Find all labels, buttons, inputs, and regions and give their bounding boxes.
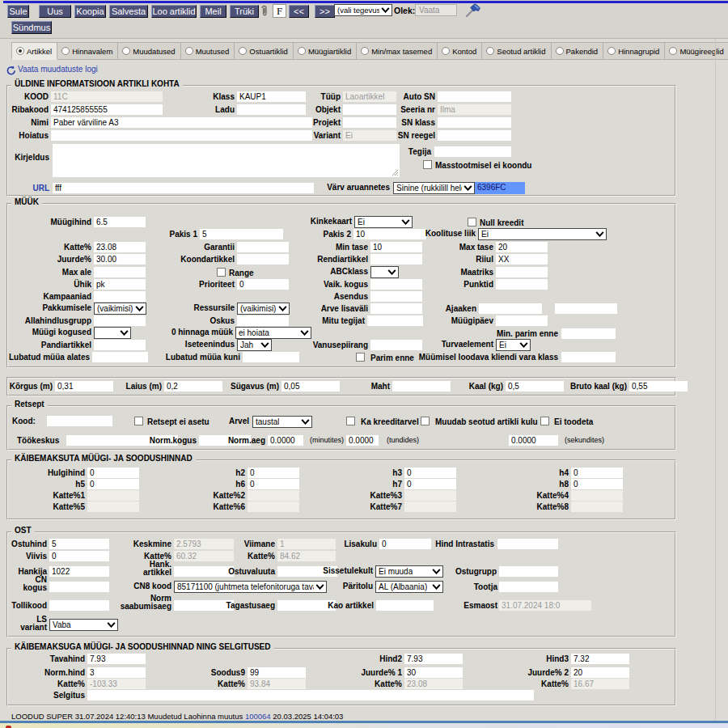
sn-klass-label: SN klass	[257, 118, 435, 128]
section-general-legend: ÜLDINE INFORMATSIOON ARTIKLI KOHTA	[11, 79, 183, 88]
juurde2-input[interactable]	[571, 667, 629, 678]
salvesta-button[interactable]: Salvesta	[109, 5, 148, 18]
null-kreedit-checkbox[interactable]	[468, 218, 476, 226]
tab-kontod-radio[interactable]	[442, 47, 450, 55]
tab-muugireeglid[interactable]: Müügireeglid	[665, 42, 728, 60]
loo-artiklid-button[interactable]: Loo artiklid	[151, 5, 197, 18]
tab-artikkel-radio[interactable]	[16, 47, 24, 55]
tab-hinnavalem[interactable]: Hinnavalem	[57, 42, 118, 60]
ajaaken-label: Ajaaken	[298, 304, 476, 314]
retsept-kood-label: Kood:	[12, 417, 36, 426]
norm-aeg-input[interactable]	[268, 435, 303, 446]
footer-stock-change-link[interactable]: 100064	[245, 712, 271, 721]
koopia-button[interactable]: Koopia	[74, 5, 106, 18]
null-hinnaga-myyk-select[interactable]: ei hoiata	[235, 327, 311, 339]
tab-seotud-artiklid-radio[interactable]	[486, 47, 494, 55]
tab-ostuartiklid[interactable]: Ostuartiklid	[235, 42, 294, 60]
view-change-log-link[interactable]: Vaata muudatuste logi	[18, 65, 98, 74]
tab-muugiartiklid-radio[interactable]	[298, 47, 306, 55]
hind-h6-label: h6	[67, 480, 245, 489]
tab-pakendid[interactable]: Pakendid	[552, 42, 604, 60]
tab-muutused-radio[interactable]	[185, 47, 193, 55]
truki-button[interactable]: Trüki	[230, 5, 259, 18]
arvel-label: Arvel	[71, 417, 249, 426]
hammer-icon[interactable]	[464, 3, 481, 18]
tootja-input[interactable]	[499, 582, 558, 592]
meil-button[interactable]: Meil	[200, 5, 226, 18]
tab-muugiartiklid[interactable]: Müügiartiklid	[294, 42, 357, 60]
tab-strip: Artikkel Hinnavalem Muudatused Muutused …	[11, 42, 728, 60]
tab-artikkel[interactable]: Artikkel	[11, 42, 57, 60]
norm-aeg3-input[interactable]	[509, 435, 558, 446]
parim-enne-checkbox[interactable]	[356, 353, 365, 362]
lubatud-kuni-label: Lubatud müüa kuni	[62, 353, 240, 362]
arvel-select[interactable]: taustal	[252, 416, 312, 428]
tegija-input[interactable]	[434, 146, 511, 157]
turvaelement-select[interactable]: Ei	[496, 339, 531, 351]
sn-klass-input[interactable]	[438, 117, 511, 128]
tab-hinnagrupid-radio[interactable]	[607, 47, 616, 55]
forum-button[interactable]: F	[273, 4, 286, 18]
juurde2-label: Juurde% 2	[391, 668, 569, 678]
action-select[interactable]: (vali tegevus)	[334, 4, 392, 16]
ka-kreeditarvel-checkbox[interactable]	[346, 417, 355, 425]
paperclip-icon[interactable]	[260, 5, 268, 17]
myygipaev-input[interactable]	[496, 315, 548, 326]
bruto-kaal-input[interactable]	[629, 381, 688, 392]
tavahind-label: Tavahind	[0, 654, 85, 664]
hind-h4-input[interactable]	[571, 468, 623, 478]
koolituse-liik-select-value: Ei	[481, 230, 489, 239]
ei-toodeta-checkbox[interactable]	[540, 417, 549, 425]
tab-pakendid-radio[interactable]	[556, 47, 564, 55]
tab-muudatused-radio[interactable]	[122, 47, 130, 55]
tab-min-max-tasemed-radio[interactable]	[361, 47, 369, 55]
tab-muudatused[interactable]: Muudatused	[118, 42, 180, 60]
kampaaniad-input[interactable]	[94, 291, 146, 302]
maatriks-input[interactable]	[496, 267, 548, 277]
ajaaken-input[interactable]	[479, 303, 542, 314]
koolituse-liik-select[interactable]: Ei	[478, 228, 607, 240]
kinkekaart-select[interactable]: Ei	[354, 216, 413, 228]
tab-muugireeglid-radio[interactable]	[669, 47, 677, 55]
previous-button[interactable]: <<	[289, 5, 309, 18]
lubatud-kuni-input[interactable]	[243, 352, 299, 362]
auto-sn-input[interactable]	[438, 91, 511, 102]
min-parim-enne-input[interactable]	[561, 328, 616, 339]
ost-katte2-label: Katte%	[97, 552, 275, 561]
asendus-input[interactable]	[370, 291, 422, 302]
tab-kontod[interactable]: Kontod	[438, 42, 482, 60]
riiul-input[interactable]	[496, 254, 548, 265]
sn-reegel-input[interactable]	[438, 130, 511, 141]
masstootmisel-checkbox[interactable]	[423, 160, 432, 169]
max-tase-input[interactable]	[496, 242, 548, 252]
tab-min-max-tasemed[interactable]: Min/max tasemed	[357, 42, 438, 60]
ostugrupp-input[interactable]	[499, 566, 558, 577]
myygihind-input[interactable]	[94, 217, 146, 227]
selgitus-input[interactable]	[87, 690, 534, 700]
ost-katte2-input	[277, 551, 336, 561]
myymisel-vara-klass-input[interactable]	[561, 352, 616, 362]
norm-aeg2-input[interactable]	[346, 435, 379, 446]
seeria-nr-label: Seeria nr	[257, 105, 435, 115]
km-katte3-label: Katte%	[224, 679, 402, 689]
sundmus-button[interactable]: Sündmus	[11, 21, 52, 34]
uus-button[interactable]: Uus	[39, 5, 71, 18]
tab-seotud-artiklid[interactable]: Seotud artiklid	[482, 42, 551, 60]
punktid-input[interactable]	[496, 279, 548, 290]
tab-hinnavalem-radio[interactable]	[61, 47, 70, 55]
hind3-input[interactable]	[571, 654, 629, 664]
next-button[interactable]: >>	[315, 5, 335, 18]
sule-button[interactable]: Sule	[7, 5, 29, 18]
tavahind-input[interactable]	[87, 654, 146, 664]
max-ale-input[interactable]	[94, 267, 146, 277]
tab-hinnagrupid[interactable]: Hinnagrupid	[603, 42, 665, 60]
muudab-kulu-checkbox[interactable]	[421, 417, 430, 425]
hind-h8-input[interactable]	[571, 479, 623, 489]
tab-ostuartiklid-radio[interactable]	[239, 47, 247, 55]
ajaaken2-input[interactable]	[555, 303, 617, 314]
url-label[interactable]: URL	[0, 184, 49, 193]
ls-variant-select[interactable]: Vaba	[49, 619, 118, 631]
tab-muutused[interactable]: Muutused	[181, 42, 235, 60]
varv-aruannetes-select[interactable]: Sinine (rukkilill hele)	[393, 182, 475, 194]
hind-intrastatis-input[interactable]	[497, 539, 558, 549]
